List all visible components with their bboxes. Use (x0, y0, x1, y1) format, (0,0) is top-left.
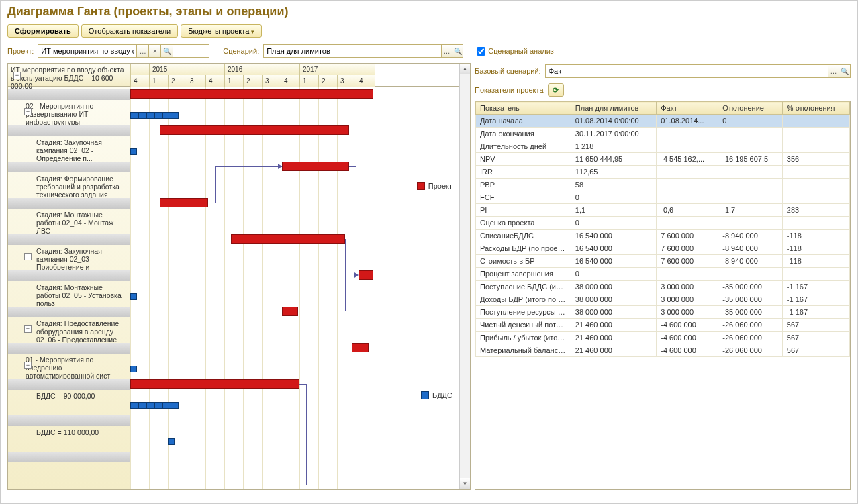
table-row[interactable]: IRR112,65 (476, 166, 850, 179)
project-clear-icon[interactable]: × (148, 45, 160, 57)
refresh-button[interactable]: ⟳ (548, 83, 564, 97)
task-label: Стадия: Предоставление оборудования в ар… (35, 319, 128, 343)
indicators-pane: Базовый сценарий: … 🔍 Показатели проекта… (475, 63, 851, 490)
bdds-marker (130, 366, 137, 372)
task-label: Стадия: Формирование требований и разраб… (35, 174, 128, 198)
table-row[interactable]: Прибыль / убыток (итого по прое...21 460… (476, 332, 850, 344)
table-row[interactable]: PI1,1-0,6-1,7283 (476, 204, 850, 217)
bdds-bar (130, 402, 179, 409)
table-row[interactable]: PBP58 (476, 179, 850, 191)
gantt-bar[interactable] (282, 162, 349, 171)
task-label: Стадия: Монтажные работы 02_05 - Установ… (35, 283, 128, 307)
gantt-bar[interactable] (352, 343, 369, 352)
table-row[interactable]: Материальный баланс (итого по ...21 460 … (476, 344, 850, 357)
gantt-bar[interactable] (231, 234, 345, 244)
show-indicators-button[interactable]: Отображать показатели (81, 24, 178, 38)
expand-toggle[interactable]: − (24, 362, 32, 369)
table-row[interactable]: Стоимость в БР16 540 0007 600 000-8 940 … (476, 255, 850, 268)
swatch-blue-icon (421, 391, 429, 399)
bdds-marker (168, 438, 175, 445)
base-scenario-input[interactable] (546, 65, 828, 77)
gantt-bar[interactable] (359, 270, 373, 280)
base-scenario-search-icon[interactable]: 🔍 (839, 65, 850, 77)
table-row[interactable]: Поступление ресурсы (итого по ...38 000 … (476, 306, 850, 319)
table-row[interactable]: Оценка проекта0 (476, 217, 850, 230)
table-row[interactable]: Чистый денежный поток (итого п...21 460 … (476, 319, 850, 332)
task-label: БДДС = 90 000,00 (35, 391, 128, 415)
expand-toggle[interactable]: + (24, 253, 32, 260)
column-header[interactable]: План для лимитов (571, 102, 656, 115)
gantt-chart[interactable]: ИТ мероприятия по вводу объекта в эксплу… (7, 63, 471, 490)
project-input[interactable] (38, 45, 136, 57)
expand-toggle[interactable]: − (24, 108, 32, 115)
table-row[interactable]: Длительность дней1 218 (476, 140, 850, 153)
task-label: 02 - Мероприятия по развертыванию ИТ инф… (24, 101, 128, 125)
legend-project: Проект (417, 182, 452, 190)
scenario-input-group: … 🔍 (263, 44, 463, 58)
scenario-search-icon[interactable]: 🔍 (452, 45, 463, 57)
column-header[interactable]: % отклонения (782, 102, 849, 115)
column-header[interactable]: Показатель (476, 102, 571, 115)
refresh-icon: ⟳ (553, 86, 559, 95)
task-label: Стадия: Закупочная кампания 02_03 - Прио… (35, 246, 128, 270)
gantt-task-list: ИТ мероприятия по вводу объекта в эксплу… (8, 64, 130, 489)
scrollbar[interactable]: ▲ ▼ (459, 64, 470, 489)
legend-bdds: БДДС (421, 391, 452, 399)
generate-button[interactable]: Сформировать (7, 24, 79, 38)
base-scenario-input-group: … 🔍 (545, 64, 851, 78)
scenario-more-icon[interactable]: … (441, 45, 452, 57)
indicators-label: Показатели проекта (475, 86, 544, 94)
project-budgets-dropdown[interactable]: Бюджеты проекта (181, 24, 262, 38)
table-row[interactable]: СписаниеБДДС16 540 0007 600 000-8 940 00… (476, 230, 850, 242)
expand-toggle[interactable]: + (24, 325, 32, 333)
bdds-marker (130, 293, 137, 300)
bdds-bar (130, 112, 179, 119)
indicators-table[interactable]: ПоказательПлан для лимитовФактОтклонение… (475, 101, 851, 490)
project-search-icon[interactable]: 🔍 (160, 45, 173, 57)
gantt-timeline[interactable]: 201520162017 4123412341234 ▲ ▼ Проект (130, 64, 470, 489)
column-header[interactable]: Отклонение (718, 102, 783, 115)
project-label: Проект: (7, 47, 34, 55)
project-more-icon[interactable]: … (136, 45, 148, 57)
table-row[interactable]: Дата начала01.08.2014 0:00:0001.08.2014.… (476, 115, 850, 128)
task-label: 01 - Мероприятия по внедрению автоматизи… (24, 355, 128, 379)
table-row[interactable]: Доходы БДР (итого по проекту)38 000 0003… (476, 293, 850, 306)
table-row[interactable]: Поступление БДДС (итого по пр...38 000 0… (476, 281, 850, 293)
scenario-analysis-checkbox-input[interactable] (477, 47, 485, 56)
gantt-bar[interactable] (130, 89, 373, 99)
table-row[interactable]: FCF0 (476, 191, 850, 204)
project-input-group: … × 🔍 (38, 44, 209, 58)
column-header[interactable]: Факт (657, 102, 718, 115)
table-row[interactable]: NPV11 650 444,95-4 545 162,...-16 195 60… (476, 153, 850, 166)
gantt-bar[interactable] (160, 198, 208, 207)
task-label: БДДС = 110 000,00 (35, 427, 128, 452)
table-row[interactable]: Процент завершения0 (476, 268, 850, 281)
scenario-label: Сценарий: (223, 47, 259, 55)
table-row[interactable]: Расходы БДР (по проекту)16 540 0007 600 … (476, 242, 850, 255)
gantt-bar[interactable] (160, 125, 349, 135)
table-row[interactable]: Дата окончания30.11.2017 0:00:00 (476, 128, 850, 140)
scenario-input[interactable] (264, 45, 441, 57)
swatch-red-icon (417, 182, 425, 190)
scenario-analysis-checkbox[interactable]: Сценарный анализ (477, 47, 554, 56)
task-label: Стадия: Закупочная кампания 02_02 - Опре… (35, 138, 128, 162)
bdds-marker (130, 148, 137, 155)
base-scenario-label: Базовый сценарий: (475, 67, 541, 75)
base-scenario-more-icon[interactable]: … (828, 65, 839, 77)
page-title: Диаграмма Ганта (проекты, этапы и операц… (2, 2, 856, 24)
scroll-down-icon[interactable]: ▼ (460, 478, 470, 489)
gantt-bar[interactable] (130, 379, 299, 389)
scroll-up-icon[interactable]: ▲ (460, 64, 470, 74)
expand-toggle[interactable]: − (13, 72, 21, 79)
task-label: Стадия: Монтажные работы 02_04 - Монтаж … (35, 210, 128, 234)
toolbar: Сформировать Отображать показатели Бюдже… (2, 24, 856, 43)
gantt-bar[interactable] (282, 307, 298, 316)
scenario-analysis-label: Сценарный анализ (488, 47, 554, 55)
task-label: ИТ мероприятия по вводу объекта в эксплу… (9, 65, 128, 89)
